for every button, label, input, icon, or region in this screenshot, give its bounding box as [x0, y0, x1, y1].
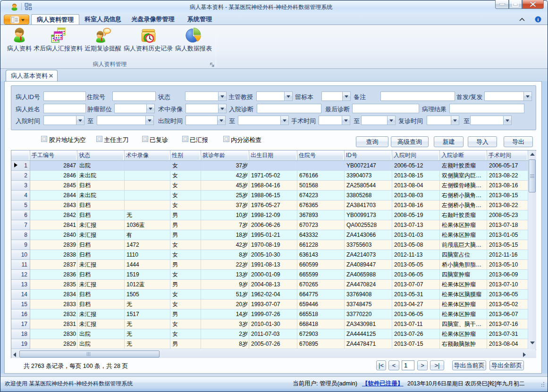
svg-text:i: i	[538, 17, 539, 22]
